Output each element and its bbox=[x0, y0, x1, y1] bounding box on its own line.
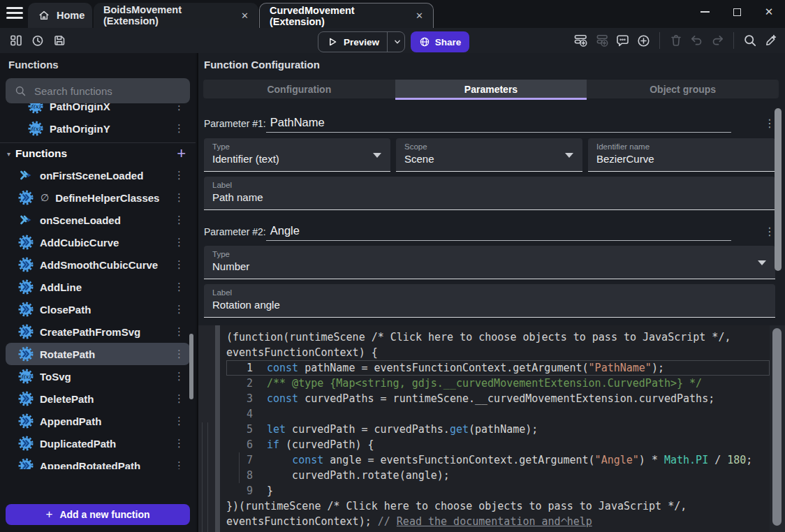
toolbar-divider bbox=[659, 32, 660, 49]
item-menu-icon[interactable]: ⋮ bbox=[171, 122, 187, 135]
share-button[interactable]: Share bbox=[411, 31, 469, 52]
function-item-addsmoothcubiccurve[interactable]: AddSmoothCubicCurve⋮ bbox=[0, 253, 196, 276]
editor-scrollbar[interactable] bbox=[772, 328, 782, 526]
tab-home[interactable]: Home bbox=[28, 3, 92, 28]
panel-resize-caret-icon[interactable]: ᨈ bbox=[561, 514, 568, 525]
tab-curvedmovement[interactable]: CurvedMovement (Extension) ✕ bbox=[259, 3, 434, 28]
parameter-heading: Parameter #1: bbox=[204, 118, 266, 133]
tab-configuration[interactable]: Configuration bbox=[203, 80, 395, 98]
param2-type-select[interactable]: Type Number bbox=[204, 246, 775, 279]
item-menu-icon[interactable]: ⋮ bbox=[171, 236, 187, 249]
parameter-name-input[interactable]: PathName bbox=[266, 116, 731, 133]
item-menu-icon[interactable]: ⋮ bbox=[171, 370, 187, 383]
param2-label-field[interactable]: Label Rotation angle bbox=[204, 284, 775, 318]
item-menu-icon[interactable]: ⋮ bbox=[171, 415, 187, 427]
code-line[interactable]: })(runtimeScene /* Click here to choose … bbox=[226, 498, 770, 514]
preview-button[interactable]: Preview bbox=[318, 31, 405, 52]
expression-icon: f(x) bbox=[28, 121, 43, 136]
function-item-appendpath[interactable]: AppendPath⋮ bbox=[0, 410, 196, 432]
add-new-function-button[interactable]: + Add a new function bbox=[6, 504, 190, 525]
param1-scope-select[interactable]: Scope Scene bbox=[396, 138, 582, 172]
item-menu-icon[interactable]: ⋮ bbox=[171, 459, 187, 469]
close-tab-icon[interactable]: ✕ bbox=[416, 10, 423, 21]
function-item-closepath[interactable]: ClosePath⋮ bbox=[0, 298, 196, 320]
item-menu-icon[interactable]: ⋮ bbox=[171, 281, 187, 293]
parameter-name-input[interactable]: Angle bbox=[266, 224, 731, 241]
function-item-pathoriginy[interactable]: f(x)PathOriginY⋮ bbox=[0, 117, 196, 140]
close-button[interactable]: ✕ bbox=[753, 0, 785, 24]
code-line[interactable]: 3const curvedPaths = runtimeScene.__curv… bbox=[226, 391, 770, 406]
search-icon[interactable] bbox=[742, 34, 757, 48]
sidebar-scrollbar[interactable] bbox=[189, 334, 193, 399]
code-line[interactable]: 2/** @type {Map<string, gdjs.__curvedMov… bbox=[226, 376, 770, 391]
code-line[interactable]: 4 bbox=[226, 406, 770, 422]
parameter-menu-icon[interactable]: ⋮ bbox=[764, 117, 775, 133]
parameter-menu-icon[interactable]: ⋮ bbox=[764, 225, 775, 241]
config-tabs: Configuration Parameters Object groups bbox=[203, 80, 779, 98]
code-editor[interactable]: (function(runtimeScene /* Click here to … bbox=[198, 325, 785, 532]
close-tab-icon[interactable]: ✕ bbox=[241, 10, 249, 21]
tab-parameters[interactable]: Parameters bbox=[395, 80, 587, 98]
code-line[interactable]: eventsFunctionContext); // Read the docu… bbox=[226, 514, 770, 529]
tab-boidsmovement[interactable]: BoidsMovement (Extension) ✕ bbox=[94, 3, 258, 28]
chevron-down-icon[interactable] bbox=[392, 37, 402, 47]
action-icon bbox=[18, 391, 34, 406]
item-menu-icon[interactable]: ⋮ bbox=[171, 169, 187, 182]
parameter-heading: Parameter #2: bbox=[204, 226, 266, 241]
function-item-createpathfromsvg[interactable]: CreatePathFromSvg⋮ bbox=[0, 320, 196, 343]
code-line[interactable]: 9} bbox=[226, 483, 770, 498]
code-line[interactable]: 1const pathName = eventsFunctionContext.… bbox=[226, 360, 770, 376]
tab-object-groups[interactable]: Object groups bbox=[587, 80, 779, 98]
function-item-duplicatedpath[interactable]: DuplicatedPath⋮ bbox=[0, 432, 196, 455]
function-item-rotatepath[interactable]: RotatePath⋮ bbox=[6, 343, 190, 365]
param1-label-field[interactable]: Label Path name bbox=[204, 177, 775, 210]
functions-section-header[interactable]: ▾Functions+ bbox=[0, 142, 196, 164]
history-icon[interactable] bbox=[30, 33, 45, 47]
add-comment-icon[interactable] bbox=[615, 34, 630, 48]
project-manager-icon[interactable] bbox=[8, 33, 23, 47]
code-line[interactable]: (function(runtimeScene /* Click here to … bbox=[226, 330, 770, 345]
code-line[interactable]: 6if (curvedPath) { bbox=[226, 437, 770, 452]
param1-type-select[interactable]: Type Identifier (text) bbox=[204, 138, 390, 172]
maximize-button[interactable] bbox=[721, 0, 753, 24]
search-input[interactable]: Search functions bbox=[6, 78, 190, 103]
minimize-button[interactable] bbox=[689, 0, 721, 24]
item-menu-icon[interactable]: ⋮ bbox=[171, 325, 187, 338]
add-other-icon[interactable] bbox=[636, 34, 651, 48]
edit-scene-icon[interactable] bbox=[763, 34, 778, 48]
add-event-icon[interactable] bbox=[573, 34, 588, 48]
function-item-definehelperclasses[interactable]: ∅DefineHelperClasses⋮ bbox=[0, 186, 196, 209]
home-icon bbox=[38, 9, 50, 22]
toolbar-divider bbox=[733, 32, 734, 49]
panel-title: Function Configuration bbox=[204, 59, 320, 71]
function-item-tosvg[interactable]: f(x)ToSvg⋮ bbox=[0, 365, 196, 387]
function-item-addline[interactable]: AddLine⋮ bbox=[0, 276, 196, 298]
item-menu-icon[interactable]: ⋮ bbox=[171, 214, 187, 226]
item-menu-icon[interactable]: ⋮ bbox=[171, 191, 187, 204]
window-controls: ✕ bbox=[689, 0, 785, 24]
item-menu-icon[interactable]: ⋮ bbox=[171, 348, 187, 360]
function-item-pathoriginx[interactable]: f(x)PathOriginX⋮ bbox=[0, 103, 196, 117]
code-line[interactable]: 7 const angle = eventsFunctionContext.ge… bbox=[226, 452, 770, 468]
function-item-deletepath[interactable]: DeletePath⋮ bbox=[0, 387, 196, 410]
save-icon[interactable] bbox=[52, 33, 66, 47]
param1-identifier-field[interactable]: Identifier name BezierCurve bbox=[588, 138, 775, 172]
code-line[interactable]: 8 curvedPath.rotate(angle); bbox=[226, 468, 770, 483]
item-menu-icon[interactable]: ⋮ bbox=[171, 303, 187, 316]
function-item-onsceneloaded[interactable]: onSceneLoaded⋮ bbox=[0, 209, 196, 231]
line-number: 3 bbox=[226, 391, 253, 406]
code-lines: (function(runtimeScene /* Click here to … bbox=[226, 330, 770, 529]
collapse-caret-icon[interactable]: ▾ bbox=[7, 150, 10, 158]
item-menu-icon[interactable]: ⋮ bbox=[171, 437, 187, 450]
function-item-appendrotatedpath[interactable]: AppendRotatedPath⋮ bbox=[0, 455, 196, 469]
function-item-addcubiccurve[interactable]: AddCubicCurve⋮ bbox=[0, 231, 196, 253]
main-menu-icon[interactable] bbox=[6, 7, 23, 21]
function-item-onfirstsceneloaded[interactable]: onFirstSceneLoaded⋮ bbox=[0, 164, 196, 186]
code-line[interactable]: 5let curvedPath = curvedPaths.get(pathNa… bbox=[226, 422, 770, 437]
item-menu-icon[interactable]: ⋮ bbox=[171, 103, 187, 112]
add-function-plus-icon[interactable]: + bbox=[177, 147, 186, 161]
code-line[interactable]: eventsFunctionContext) { bbox=[226, 345, 770, 360]
item-menu-icon[interactable]: ⋮ bbox=[171, 392, 187, 405]
parameters-scrollbar[interactable] bbox=[775, 108, 782, 271]
item-menu-icon[interactable]: ⋮ bbox=[171, 258, 187, 271]
